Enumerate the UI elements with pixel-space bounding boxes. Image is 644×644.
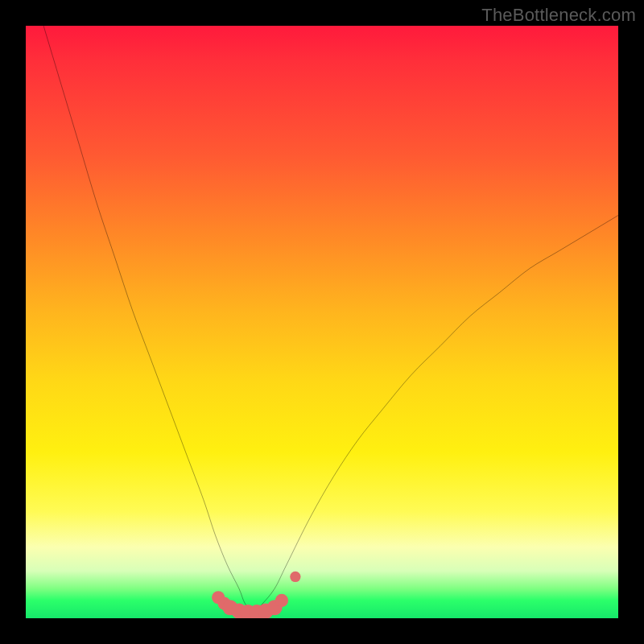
trough-marker (290, 572, 300, 582)
bottleneck-curve (43, 26, 618, 613)
trough-marker-group (212, 572, 300, 618)
outer-frame: TheBottleneck.com (0, 0, 644, 644)
attribution-text: TheBottleneck.com (481, 5, 636, 26)
chart-svg (26, 26, 618, 618)
trough-marker (275, 594, 288, 607)
plot-area (26, 26, 618, 618)
